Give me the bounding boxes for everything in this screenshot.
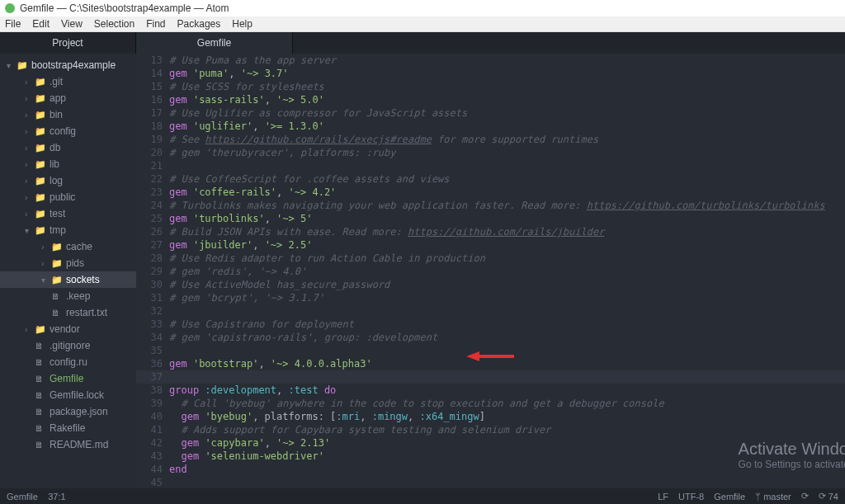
code-line[interactable]: 17# Use Uglifier as compressor for JavaS… <box>136 106 845 120</box>
code-src[interactable] <box>169 370 845 384</box>
tree-item-rakefile[interactable]: 🗎Rakefile <box>0 420 136 436</box>
code-line[interactable]: 38group :development, :test do <box>136 384 845 397</box>
code-line[interactable]: 20# gem 'therubyracer', platforms: :ruby <box>136 146 845 159</box>
tree-item-bin[interactable]: ›📁bin <box>0 106 136 123</box>
menu-packages[interactable]: Packages <box>177 18 221 30</box>
code-src[interactable]: # Call 'byebug' anywhere in the code to … <box>169 397 845 410</box>
tree-item-cache[interactable]: ›📁cache <box>0 238 136 255</box>
code-src[interactable]: gem 'byebug', platforms: [:mri, :mingw, … <box>169 410 845 423</box>
code-src[interactable] <box>169 159 845 172</box>
code-line[interactable]: 30# Use ActiveModel has_secure_password <box>136 278 845 291</box>
code-src[interactable]: gem 'jbuilder', '~> 2.5' <box>169 238 845 252</box>
code-src[interactable]: gem 'puma', '~> 3.7' <box>169 67 845 80</box>
code-src[interactable]: # Use Capistrano for deployment <box>169 318 845 331</box>
code-line[interactable]: 25gem 'turbolinks', '~> 5' <box>136 212 845 225</box>
menu-view[interactable]: View <box>61 18 83 30</box>
tree-item-app[interactable]: ›📁app <box>0 90 136 106</box>
file-tree[interactable]: ▾📁bootstrap4example›📁.git›📁app›📁bin›📁con… <box>0 54 136 488</box>
code-src[interactable]: # Use Puma as the app server <box>169 54 845 67</box>
menu-selection[interactable]: Selection <box>94 18 135 30</box>
code-src[interactable]: # gem 'capistrano-rails', group: :develo… <box>169 331 845 344</box>
code-src[interactable]: # Adds support for Capybara system testi… <box>169 423 845 436</box>
code-src[interactable]: # Use Uglifier as compressor for JavaScr… <box>169 106 845 120</box>
tree-item-tmp[interactable]: ▾📁tmp <box>0 222 136 238</box>
status-line-ending[interactable]: LF <box>658 491 668 502</box>
tree-item-gemfile[interactable]: 🗎Gemfile <box>0 370 136 387</box>
code-line[interactable]: 37 <box>136 370 845 384</box>
code-line[interactable]: 27gem 'jbuilder', '~> 2.5' <box>136 238 845 252</box>
tree-item--git[interactable]: ›📁.git <box>0 73 136 90</box>
menu-file[interactable]: File <box>5 18 21 30</box>
code-line[interactable]: 33# Use Capistrano for deployment <box>136 318 845 331</box>
menu-help[interactable]: Help <box>232 18 253 30</box>
code-line[interactable]: 13# Use Puma as the app server <box>136 54 845 67</box>
code-src[interactable]: gem 'sass-rails', '~> 5.0' <box>169 93 845 106</box>
code-line[interactable]: 21 <box>136 159 845 172</box>
code-line[interactable]: 39 # Call 'byebug' anywhere in the code … <box>136 397 845 410</box>
code-src[interactable]: # gem 'therubyracer', platforms: :ruby <box>169 146 845 159</box>
tree-item-readme-md[interactable]: 🗎README.md <box>0 436 136 453</box>
menu-find[interactable]: Find <box>146 18 165 30</box>
code-src[interactable]: # Build JSON APIs with ease. Read more: … <box>169 225 845 238</box>
status-grammar[interactable]: Gemfile <box>714 491 745 502</box>
tree-item-bootstrap4example[interactable]: ▾📁bootstrap4example <box>0 57 136 73</box>
code-src[interactable]: group :development, :test do <box>169 384 845 397</box>
tree-item-pids[interactable]: ›📁pids <box>0 255 136 271</box>
code-area[interactable]: 13# Use Puma as the app server14gem 'pum… <box>136 54 845 488</box>
code-line[interactable]: 34# gem 'capistrano-rails', group: :deve… <box>136 331 845 344</box>
code-line[interactable]: 40 gem 'byebug', platforms: [:mri, :ming… <box>136 410 845 423</box>
code-src[interactable]: # gem 'bcrypt', '~> 3.1.7' <box>169 291 845 304</box>
tree-item-gemfile-lock[interactable]: 🗎Gemfile.lock <box>0 387 136 403</box>
code-src[interactable]: # Use CoffeeScript for .coffee assets an… <box>169 172 845 186</box>
menu-edit[interactable]: Edit <box>32 18 50 30</box>
status-git-branch[interactable]: ᛘmaster <box>755 491 791 502</box>
code-src[interactable]: # Use Redis adapter to run Action Cable … <box>169 252 845 265</box>
status-cursor-pos[interactable]: 37:1 <box>48 492 65 502</box>
code-line[interactable]: 18gem 'uglifier', '>= 1.3.0' <box>136 120 845 133</box>
tree-item-sockets[interactable]: ▾📁sockets <box>0 271 136 288</box>
tree-item-restart-txt[interactable]: 🗎restart.txt <box>0 304 136 321</box>
code-line[interactable]: 22# Use CoffeeScript for .coffee assets … <box>136 172 845 186</box>
code-line[interactable]: 28# Use Redis adapter to run Action Cabl… <box>136 252 845 265</box>
code-src[interactable]: # gem 'redis', '~> 4.0' <box>169 265 845 278</box>
code-line[interactable]: 23gem 'coffee-rails', '~> 4.2' <box>136 186 845 199</box>
tree-item--keep[interactable]: 🗎.keep <box>0 288 136 304</box>
code-line[interactable]: 32 <box>136 304 845 318</box>
code-line[interactable]: 26# Build JSON APIs with ease. Read more… <box>136 225 845 238</box>
code-src[interactable]: gem 'uglifier', '>= 1.3.0' <box>169 120 845 133</box>
code-line[interactable]: 29# gem 'redis', '~> 4.0' <box>136 265 845 278</box>
code-src[interactable]: gem 'turbolinks', '~> 5' <box>169 212 845 225</box>
status-encoding[interactable]: UTF-8 <box>678 491 704 502</box>
code-line[interactable]: 24# Turbolinks makes navigating your web… <box>136 199 845 212</box>
code-src[interactable]: # Turbolinks makes navigating your web a… <box>169 199 845 212</box>
tree-item-config-ru[interactable]: 🗎config.ru <box>0 354 136 370</box>
code-line[interactable]: 45 <box>136 476 845 488</box>
tree-item-log[interactable]: ›📁log <box>0 172 136 189</box>
tree-item--gitignore[interactable]: 🗎.gitignore <box>0 337 136 354</box>
status-updates[interactable]: ⟳74 <box>819 491 838 502</box>
code-src[interactable] <box>169 304 845 318</box>
code-src[interactable]: gem 'coffee-rails', '~> 4.2' <box>169 186 845 199</box>
code-src[interactable]: # See https://github.com/rails/execjs#re… <box>169 133 845 146</box>
tree-label: Rakefile <box>50 422 85 434</box>
tree-item-package-json[interactable]: 🗎package.json <box>0 403 136 420</box>
code-line[interactable]: 15# Use SCSS for stylesheets <box>136 80 845 93</box>
code-src[interactable] <box>169 476 845 488</box>
code-line[interactable]: 14gem 'puma', '~> 3.7' <box>136 67 845 80</box>
code-src[interactable]: # Use SCSS for stylesheets <box>169 80 845 93</box>
code-line[interactable]: 19# See https://github.com/rails/execjs#… <box>136 133 845 146</box>
tree-item-vendor[interactable]: ›📁vendor <box>0 321 136 337</box>
code-line[interactable]: 41 # Adds support for Capybara system te… <box>136 423 845 436</box>
gutter-line-number: 14 <box>136 67 169 80</box>
tab-gemfile[interactable]: Gemfile <box>136 32 293 54</box>
status-file[interactable]: Gemfile <box>7 492 38 502</box>
status-git-fetch[interactable]: ⟳ <box>801 491 809 502</box>
tree-item-config[interactable]: ›📁config <box>0 123 136 139</box>
tree-item-test[interactable]: ›📁test <box>0 205 136 222</box>
code-src[interactable]: # Use ActiveModel has_secure_password <box>169 278 845 291</box>
code-line[interactable]: 16gem 'sass-rails', '~> 5.0' <box>136 93 845 106</box>
tree-item-db[interactable]: ›📁db <box>0 139 136 156</box>
code-line[interactable]: 31# gem 'bcrypt', '~> 3.1.7' <box>136 291 845 304</box>
tree-item-lib[interactable]: ›📁lib <box>0 156 136 172</box>
tree-item-public[interactable]: ›📁public <box>0 189 136 205</box>
